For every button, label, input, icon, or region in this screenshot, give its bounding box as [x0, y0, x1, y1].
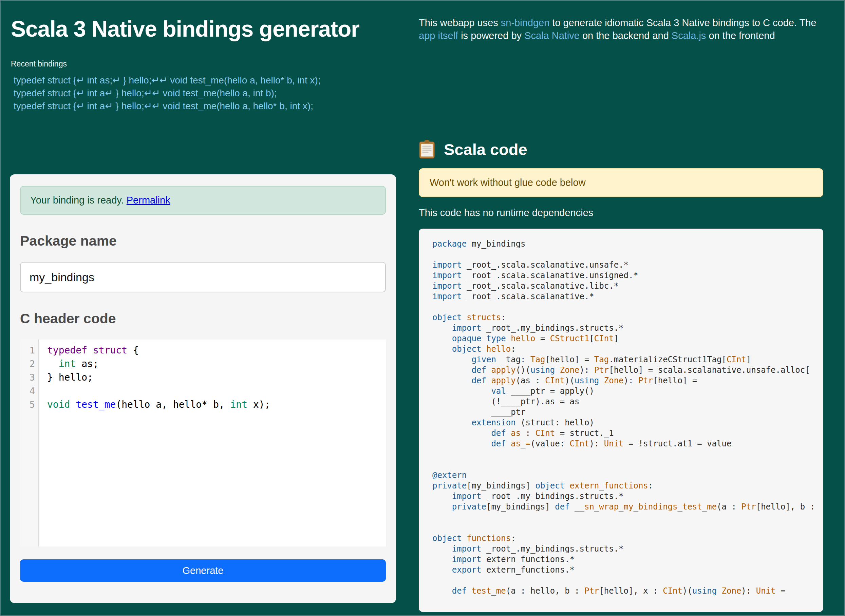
editor-code-area[interactable]: typedef struct { int as;} hello;void tes…: [39, 340, 386, 547]
app-window: Scala 3 Native bindings generator Recent…: [0, 0, 845, 616]
line-number: 1: [20, 344, 35, 357]
scala-code-line: export extern_functions.*: [432, 565, 823, 575]
intro-paragraph: This webapp uses sn-bindgen to generate …: [419, 16, 823, 42]
scala-code-line: extension (struct: hello): [432, 418, 823, 428]
scala-code-line: [432, 302, 823, 312]
scala-code-line: import _root_.my_bindings.structs.*: [432, 323, 823, 333]
scala-code-line: def test_me(a : hello, b : Ptr[hello], x…: [432, 586, 823, 596]
scala-code-line: import _root_.scala.scalanative.*: [432, 291, 823, 302]
scala-code-line: def as_=(value: CInt): Unit = !struct.at…: [432, 439, 823, 449]
scala-code-line: import _root_.scala.scalanative.libc.*: [432, 281, 823, 291]
intro-link[interactable]: sn-bindgen: [501, 17, 550, 28]
scala-code-line: [432, 512, 823, 523]
intro-text: is powered by: [458, 30, 524, 41]
package-name-input[interactable]: [20, 262, 386, 292]
c-code-line: void test_me(hello a, hello* b, int x);: [47, 398, 386, 411]
clipboard-icon: [419, 140, 435, 159]
intro-link[interactable]: Scala Native: [524, 30, 580, 41]
scala-code-line: given _tag: Tag[hello] = Tag.materialize…: [432, 355, 823, 365]
scala-code-line: @extern: [432, 470, 823, 481]
c-header-heading: C header code: [20, 311, 386, 327]
scala-code-line: package my_bindings: [432, 239, 823, 249]
scala-code-line: import _root_.my_bindings.structs.*: [432, 491, 823, 502]
permalink-link[interactable]: Permalink: [126, 195, 170, 205]
runtime-deps-note: This code has no runtime dependencies: [419, 207, 823, 219]
scala-code-line: val ____ptr = apply(): [432, 386, 823, 396]
scala-code-line: [432, 449, 823, 460]
recent-binding-link[interactable]: typedef struct {↵ int as;↵ } hello;↵↵ vo…: [11, 74, 397, 87]
scala-code-line: import _root_.scala.scalanative.unsafe.*: [432, 260, 823, 270]
scala-code-line: object structs:: [432, 312, 823, 323]
scala-code-line: def as : CInt = struct._1: [432, 428, 823, 439]
recent-bindings-label: Recent bindings: [11, 59, 397, 69]
line-number: 5: [20, 398, 35, 411]
page-title: Scala 3 Native bindings generator: [11, 13, 397, 45]
recent-binding-link[interactable]: typedef struct {↵ int a↵ } hello;↵↵ void…: [11, 87, 397, 100]
c-code-line: [47, 384, 386, 398]
line-number: 4: [20, 384, 35, 398]
scala-code-heading: Scala code: [444, 140, 528, 159]
binding-ready-alert: Your binding is ready. Permalink: [20, 186, 386, 215]
scala-code-line: [432, 249, 823, 260]
line-number: 3: [20, 371, 35, 384]
scala-code-line: def apply(as : CInt)(using Zone): Ptr[he…: [432, 375, 823, 386]
intro-link[interactable]: Scala.js: [672, 30, 706, 41]
scala-code-line: import _root_.my_bindings.structs.*: [432, 544, 823, 554]
recent-binding-link[interactable]: typedef struct {↵ int a↵ } hello;↵↵ void…: [11, 100, 397, 113]
scala-code-line: private[my_bindings] object extern_funct…: [432, 481, 823, 491]
scala-code-line: object hello:: [432, 344, 823, 355]
intro-text: on the frontend: [706, 30, 775, 41]
scala-code-line: import extern_functions.*: [432, 554, 823, 565]
generator-form-card: Your binding is ready. Permalink Package…: [10, 175, 396, 603]
scala-code-heading-row: Scala code: [419, 140, 823, 159]
generate-button[interactable]: Generate: [20, 559, 386, 582]
c-code-line: } hello;: [47, 371, 386, 384]
scala-code-line: [432, 460, 823, 470]
left-column: Scala 3 Native bindings generator Recent…: [11, 1, 397, 113]
scala-code-line: [432, 575, 823, 586]
recent-bindings-list: typedef struct {↵ int as;↵ } hello;↵↵ vo…: [11, 74, 397, 113]
binding-ready-text: Your binding is ready.: [30, 195, 124, 205]
scala-code-line: ____ptr: [432, 407, 823, 418]
intro-text: on the backend and: [580, 30, 672, 41]
editor-gutter: 12345: [20, 340, 39, 547]
c-code-line: int as;: [47, 357, 386, 371]
intro-text: to generate idiomatic Scala 3 Native bin…: [550, 17, 816, 28]
line-number: 2: [20, 357, 35, 371]
intro-link[interactable]: app itself: [419, 30, 458, 41]
scala-code-line: opaque type hello = CStruct1[CInt]: [432, 333, 823, 344]
c-header-editor: 12345 typedef struct { int as;} hello;vo…: [20, 340, 386, 547]
scala-code-line: [432, 523, 823, 533]
scala-code-line: def apply()(using Zone): Ptr[hello] = sc…: [432, 365, 823, 375]
scala-code-line: import _root_.scala.scalanative.unsigned…: [432, 270, 823, 281]
scala-code-line: (!____ptr).as = as: [432, 396, 823, 407]
scala-code-panel: package my_bindingsimport _root_.scala.s…: [419, 229, 823, 612]
c-code-line: typedef struct {: [47, 344, 386, 357]
intro-text: This webapp uses: [419, 17, 501, 28]
glue-warning-alert: Won't work without glue code below: [419, 168, 823, 197]
scala-code-line: object functions:: [432, 533, 823, 544]
right-column: This webapp uses sn-bindgen to generate …: [419, 1, 823, 612]
scala-code-line: private[my_bindings] def __sn_wrap_my_bi…: [432, 502, 823, 512]
package-name-heading: Package name: [20, 233, 386, 249]
